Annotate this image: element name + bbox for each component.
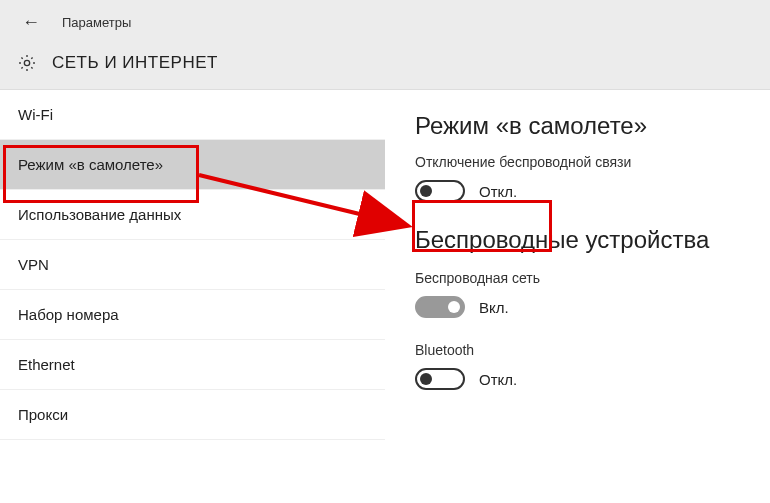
sidebar-item-proxy[interactable]: Прокси <box>0 390 385 440</box>
wifi-label: Беспроводная сеть <box>415 270 746 286</box>
app-title: Параметры <box>62 15 131 30</box>
sidebar-item-data-usage[interactable]: Использование данных <box>0 190 385 240</box>
sidebar-item-wifi[interactable]: Wi-Fi <box>0 90 385 140</box>
toggle-knob-icon <box>420 373 432 385</box>
toggle-knob-icon <box>420 185 432 197</box>
bluetooth-toggle-row: Откл. <box>415 368 746 390</box>
airplane-section-title: Режим «в самолете» <box>415 112 746 140</box>
wifi-toggle-label: Вкл. <box>479 299 509 316</box>
sidebar-item-label: Wi-Fi <box>18 106 53 123</box>
sidebar-item-label: Набор номера <box>18 306 119 323</box>
sidebar-item-label: Ethernet <box>18 356 75 373</box>
header-sub: СЕТЬ И ИНТЕРНЕТ <box>16 52 754 74</box>
back-arrow-icon[interactable]: ← <box>16 10 46 35</box>
header-bar: ← Параметры СЕТЬ И ИНТЕРНЕТ <box>0 0 770 90</box>
sidebar-item-label: Использование данных <box>18 206 181 223</box>
sidebar-item-label: Режим «в самолете» <box>18 156 163 173</box>
bluetooth-toggle-label: Откл. <box>479 371 517 388</box>
wifi-toggle[interactable] <box>415 296 465 318</box>
sidebar: Wi-Fi Режим «в самолете» Использование д… <box>0 90 385 503</box>
bluetooth-toggle[interactable] <box>415 368 465 390</box>
airplane-toggle-label: Откл. <box>479 183 517 200</box>
sidebar-item-ethernet[interactable]: Ethernet <box>0 340 385 390</box>
airplane-section-subtitle: Отключение беспроводной связи <box>415 154 746 170</box>
airplane-toggle-row: Откл. <box>415 180 746 202</box>
airplane-toggle[interactable] <box>415 180 465 202</box>
wireless-section-title: Беспроводные устройства <box>415 226 746 254</box>
page-title: СЕТЬ И ИНТЕРНЕТ <box>52 53 218 73</box>
sidebar-item-vpn[interactable]: VPN <box>0 240 385 290</box>
sidebar-item-airplane[interactable]: Режим «в самолете» <box>0 140 385 190</box>
sidebar-item-dialup[interactable]: Набор номера <box>0 290 385 340</box>
body: Wi-Fi Режим «в самолете» Использование д… <box>0 90 770 503</box>
svg-point-0 <box>24 60 29 65</box>
gear-icon <box>16 52 38 74</box>
wifi-toggle-row: Вкл. <box>415 296 746 318</box>
bluetooth-label: Bluetooth <box>415 342 746 358</box>
toggle-knob-icon <box>448 301 460 313</box>
sidebar-item-label: VPN <box>18 256 49 273</box>
header-top: ← Параметры <box>16 8 754 36</box>
sidebar-item-label: Прокси <box>18 406 68 423</box>
content-panel: Режим «в самолете» Отключение беспроводн… <box>385 90 770 503</box>
